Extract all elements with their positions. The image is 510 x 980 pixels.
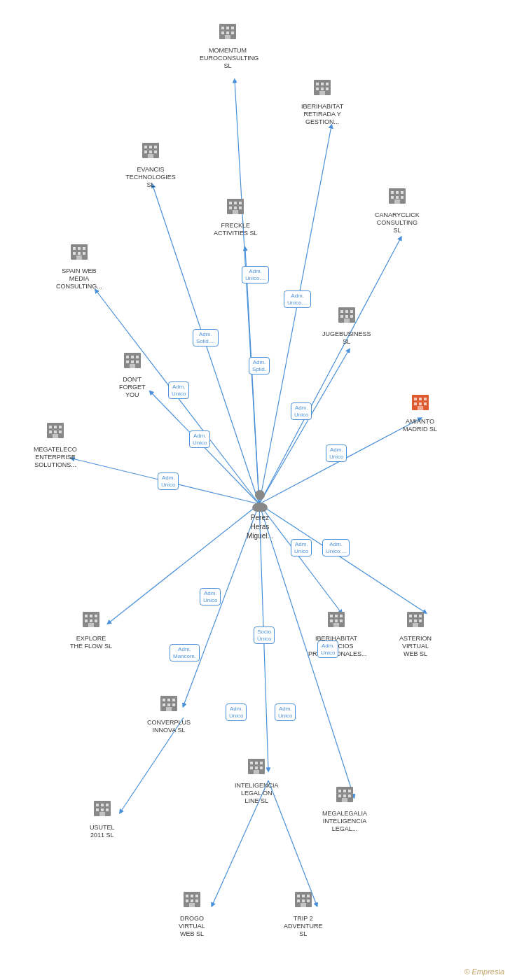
svg-rect-35 (326, 88, 329, 90)
svg-rect-124 (413, 623, 418, 627)
svg-rect-148 (342, 798, 347, 802)
role-badge-14[interactable]: Adm. Unico (317, 640, 338, 658)
svg-rect-99 (59, 430, 62, 433)
role-badge-13[interactable]: Socio Único (254, 626, 275, 644)
svg-rect-42 (149, 150, 152, 153)
svg-rect-147 (348, 794, 351, 797)
company-node-usutel[interactable]: USUTEL 2011 SL (90, 798, 115, 839)
svg-rect-43 (154, 150, 157, 153)
svg-rect-86 (414, 398, 417, 400)
svg-rect-28 (225, 35, 230, 39)
building-icon-megateleco (45, 420, 66, 444)
company-label-iberihabitat_ret: IBERIHABITAT RETIRADA Y GESTION... (301, 103, 343, 125)
role-badge-9[interactable]: Adm. Unico (291, 539, 312, 556)
center-person[interactable]: Perez Heras Miguel... (247, 486, 273, 540)
company-node-iberihabitat_ret[interactable]: IBERIHABITAT RETIRADA Y GESTION... (301, 77, 343, 125)
company-node-megateleco[interactable]: MEGATELECO ENTERPRISE SOLUTIONS... (34, 420, 77, 468)
svg-rect-162 (191, 899, 193, 902)
building-icon-evancis (140, 140, 161, 164)
company-node-jugebusiness[interactable]: JUGEBUSINESS SL (322, 304, 371, 346)
company-node-momentum[interactable]: MOMENTUM EUROCONSULTING SL (200, 21, 256, 69)
company-node-inteligencia[interactable]: INTELIGENCIA LEGAL ON LINE SL (235, 756, 279, 804)
svg-rect-63 (78, 247, 81, 250)
role-badge-3[interactable]: Adm. Splid. (249, 357, 270, 374)
svg-rect-138 (255, 766, 258, 769)
company-label-megateleco: MEGATELECO ENTERPRISE SOLUTIONS... (34, 446, 77, 468)
role-badge-0[interactable]: Adm. Unico.... (242, 266, 269, 284)
svg-rect-44 (148, 154, 153, 158)
company-node-freckle[interactable]: FRECKLE ACTIVITIES SL (214, 196, 258, 237)
svg-rect-130 (167, 704, 170, 706)
company-node-explore[interactable]: EXPLORE THE FLOW SL (70, 609, 112, 650)
svg-rect-55 (396, 191, 399, 194)
svg-rect-26 (226, 31, 229, 34)
svg-rect-146 (343, 794, 346, 797)
svg-rect-163 (195, 899, 198, 902)
role-badge-10[interactable]: Adm. Unico.... (322, 539, 350, 556)
building-icon-jugebusiness (336, 304, 357, 329)
svg-rect-25 (221, 31, 224, 34)
company-node-converplus[interactable]: CONVERPLUS INNOVA SL (147, 693, 191, 734)
building-icon-amianto (410, 392, 431, 416)
svg-rect-123 (419, 620, 422, 622)
role-badge-8[interactable]: Adm. Unico (158, 472, 179, 490)
building-icon-dontforget (122, 350, 143, 374)
svg-rect-136 (260, 762, 263, 764)
company-node-spainweb[interactable]: SPAIN WEB MEDIA CONSULTING... (56, 241, 102, 290)
svg-rect-168 (307, 895, 310, 897)
company-node-trip2[interactable]: TRIP 2 ADVENTURE SL (284, 889, 323, 937)
building-icon-momentum (217, 21, 238, 46)
role-badge-1[interactable]: Adm. Unico.... (284, 290, 311, 308)
svg-rect-167 (302, 895, 305, 897)
svg-rect-158 (186, 895, 188, 897)
svg-rect-115 (340, 620, 343, 622)
svg-rect-48 (239, 202, 242, 204)
role-badge-11[interactable]: Adm. Unico (200, 588, 221, 606)
svg-rect-171 (307, 899, 310, 902)
role-badge-16[interactable]: Adm. Unico (275, 704, 296, 721)
svg-rect-137 (250, 766, 253, 769)
svg-rect-82 (131, 360, 134, 363)
company-node-dontforget[interactable]: DON'T FORGET YOU (119, 350, 146, 398)
company-node-megalegalia[interactable]: MEGALEGALIA INTELIGENCIA LEGAL... (322, 784, 367, 832)
svg-rect-23 (226, 27, 229, 29)
role-badge-7[interactable]: Adm. Unico (326, 444, 347, 462)
company-label-spainweb: SPAIN WEB MEDIA CONSULTING... (56, 267, 102, 290)
svg-rect-30 (316, 83, 319, 85)
role-badge-6[interactable]: Adm. Unico (189, 430, 210, 448)
svg-rect-161 (186, 899, 188, 902)
svg-rect-57 (391, 196, 394, 199)
svg-rect-79 (131, 356, 134, 358)
svg-rect-59 (401, 196, 404, 199)
svg-rect-60 (394, 200, 400, 204)
svg-rect-172 (301, 903, 306, 907)
svg-rect-107 (95, 620, 97, 622)
company-label-converplus: CONVERPLUS INNOVA SL (147, 719, 191, 734)
svg-rect-144 (348, 790, 351, 792)
company-node-canaryclick[interactable]: CANARYCLICK CONSULTING SL (375, 186, 420, 234)
svg-rect-131 (172, 704, 175, 706)
svg-rect-102 (85, 615, 88, 617)
role-badge-12[interactable]: Adm. Mancom. (170, 644, 200, 662)
role-badge-15[interactable]: Adm. Unico (226, 704, 247, 721)
svg-rect-159 (191, 895, 193, 897)
role-badge-4[interactable]: Adm. Unico (168, 382, 189, 399)
svg-rect-95 (54, 426, 57, 428)
company-node-evancis[interactable]: EVANCIS TECHNOLOGIES SL (123, 140, 179, 188)
company-node-drogo[interactable]: DROGO VIRTUAL WEB SL (179, 889, 205, 937)
company-label-trip2: TRIP 2 ADVENTURE SL (284, 915, 323, 937)
company-node-asterion[interactable]: ASTERION VIRTUAL WEB SL (399, 609, 432, 657)
svg-rect-106 (90, 620, 92, 622)
svg-rect-140 (254, 770, 259, 774)
building-icon-freckle (225, 196, 246, 220)
svg-rect-139 (260, 766, 263, 769)
svg-rect-170 (302, 899, 305, 902)
company-node-amianto[interactable]: AMIANTO MADRID SL (403, 392, 437, 433)
svg-rect-132 (166, 707, 172, 711)
svg-rect-135 (255, 762, 258, 764)
role-badge-5[interactable]: Adm. Unico (291, 402, 312, 420)
company-label-inteligencia: INTELIGENCIA LEGAL ON LINE SL (235, 782, 279, 804)
svg-rect-41 (144, 150, 147, 153)
role-badge-2[interactable]: Adm. Solid.... (193, 329, 219, 346)
svg-rect-90 (419, 402, 422, 405)
